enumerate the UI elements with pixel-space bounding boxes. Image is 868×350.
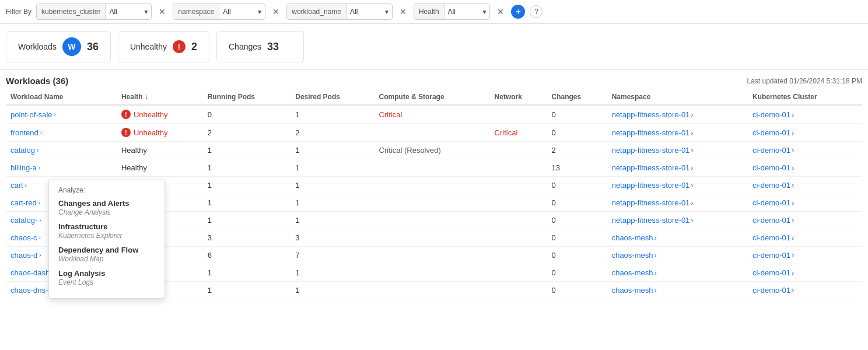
changes-cell: 0 [547,194,607,212]
namespace-link[interactable]: chaos-mesh › [612,286,743,295]
filter-wn-close[interactable]: ✕ [397,7,409,16]
menu-item-log-analysis[interactable]: Log Analysis Event Logs [58,269,155,286]
namespace-link[interactable]: netapp-fitness-store-01 › [612,110,743,119]
filter-workload-name[interactable]: workload_name All ▼ [286,4,393,20]
cluster-chevron-icon: › [792,110,794,119]
cluster-link[interactable]: ci-demo-01 › [752,216,858,225]
namespace-link[interactable]: netapp-fitness-store-01 › [612,198,743,207]
dependency-flow-title[interactable]: Dependency and Flow [58,246,155,254]
workloads-label: Workloads [18,42,57,51]
col-compute-storage[interactable]: Compute & Storage [374,89,490,105]
network-cell [490,264,547,282]
menu-item-changes-alerts[interactable]: Changes and Alerts Change Analysis [58,199,155,216]
cluster-link[interactable]: ci-demo-01 › [752,146,858,155]
namespace-link[interactable]: netapp-fitness-store-01 › [612,163,743,172]
summary-card-changes[interactable]: Changes 33 [216,31,304,62]
compute-storage-cell [374,247,490,264]
infrastructure-title[interactable]: Infrastructure [58,222,155,231]
compute-storage-cell: Critical (Resolved) [374,142,490,159]
compute-storage-cell [374,159,490,177]
namespace-link[interactable]: chaos-mesh › [612,268,743,277]
workload-name-link[interactable]: catalog › [10,146,112,155]
col-running-pods[interactable]: Running Pods [203,89,291,105]
log-analysis-title[interactable]: Log Analysis [58,269,155,278]
cluster-link[interactable]: ci-demo-01 › [752,181,858,190]
col-desired-pods[interactable]: Desired Pods [290,89,374,105]
filter-h-close[interactable]: ✕ [495,7,506,16]
filter-kc-arrow[interactable]: ▼ [141,9,151,15]
namespace-link[interactable]: chaos-mesh › [612,233,743,242]
changes-cell: 0 [547,212,607,229]
filter-by-label: Filter By [6,8,32,16]
desired-pods-cell: 1 [290,264,374,282]
namespace-link[interactable]: netapp-fitness-store-01 › [612,146,743,155]
desired-pods-cell: 1 [290,142,374,159]
menu-item-infrastructure[interactable]: Infrastructure Kubernetes Explorer [58,222,155,240]
namespace-chevron-icon: › [691,181,693,190]
changes-cell: 0 [547,282,607,299]
filter-kc-value: All [106,4,141,19]
help-icon[interactable]: ? [530,5,542,18]
namespace-cell: netapp-fitness-store-01 › [607,105,748,124]
summary-card-unhealthy[interactable]: Unhealthy ! 2 [118,31,209,62]
cluster-cell: ci-demo-01 › [748,105,862,124]
workload-name-link[interactable]: point-of-sale › [10,110,112,119]
chevron-right-icon: › [54,111,56,118]
namespace-link[interactable]: netapp-fitness-store-01 › [612,216,743,225]
cluster-link[interactable]: ci-demo-01 › [752,128,858,137]
health-cell: Healthy [117,142,203,159]
compute-storage-cell: Critical [374,105,490,124]
network-cell [490,105,547,124]
namespace-link[interactable]: netapp-fitness-store-01 › [612,128,743,137]
running-pods-cell: 2 [203,124,291,142]
changes-alerts-title[interactable]: Changes and Alerts [58,199,155,208]
namespace-link[interactable]: chaos-mesh › [612,251,743,260]
namespace-link[interactable]: netapp-fitness-store-01 › [612,181,743,190]
filter-ns-arrow[interactable]: ▼ [254,9,265,15]
col-network[interactable]: Network [490,89,547,105]
namespace-chevron-icon: › [691,110,693,119]
workload-name-link[interactable]: billing-a › [10,163,112,172]
filter-bar: Filter By kubernetes_cluster All ▼ ✕ nam… [0,0,868,24]
namespace-chevron-icon: › [691,128,693,137]
namespace-chevron-icon: › [654,286,656,295]
col-namespace[interactable]: Namespace [607,89,748,105]
cluster-link[interactable]: ci-demo-01 › [752,110,858,119]
menu-item-dependency-flow[interactable]: Dependency and Flow Workload Map [58,246,155,263]
cluster-link[interactable]: ci-demo-01 › [752,268,858,277]
cluster-link[interactable]: ci-demo-01 › [752,163,858,172]
cluster-link[interactable]: ci-demo-01 › [752,251,858,260]
cluster-chevron-icon: › [792,128,794,137]
col-health[interactable]: Health ↓ [117,89,203,105]
health-cell: !Unhealthy [117,105,203,124]
summary-card-workloads[interactable]: Workloads W 36 [6,31,111,62]
compute-critical-text: Critical [379,110,402,119]
running-pods-cell: 3 [203,229,291,247]
filter-h-arrow[interactable]: ▼ [480,9,490,15]
unhealthy-icon: ! [173,40,186,53]
filter-kubernetes-cluster[interactable]: kubernetes_cluster All ▼ [36,4,152,20]
workload-name-link[interactable]: frontend › [10,128,112,137]
desired-pods-cell: 7 [290,247,374,264]
filter-h-value: All [444,4,480,19]
filter-wn-arrow[interactable]: ▼ [382,9,392,15]
cluster-link[interactable]: ci-demo-01 › [752,198,858,207]
compute-storage-cell [374,177,490,194]
col-kubernetes-cluster[interactable]: Kubernetes Cluster [748,89,862,105]
filter-ns-close[interactable]: ✕ [270,7,282,16]
table-header-row: Workloads (36) Last updated 01/26/2024 5… [6,70,862,89]
add-filter-button[interactable]: + [511,5,525,19]
filter-kc-close[interactable]: ✕ [156,7,168,16]
cluster-link[interactable]: ci-demo-01 › [752,233,858,242]
namespace-cell: chaos-mesh › [607,282,748,299]
cluster-link[interactable]: ci-demo-01 › [752,286,858,295]
cluster-cell: ci-demo-01 › [748,177,862,194]
network-cell [490,194,547,212]
col-workload-name[interactable]: Workload Name [6,89,117,105]
running-pods-cell: 1 [203,159,291,177]
filter-health[interactable]: Health All ▼ [414,4,491,20]
cluster-chevron-icon: › [792,233,794,242]
changes-cell: 0 [547,105,607,124]
col-changes[interactable]: Changes [547,89,607,105]
filter-namespace[interactable]: namespace All ▼ [173,4,265,20]
